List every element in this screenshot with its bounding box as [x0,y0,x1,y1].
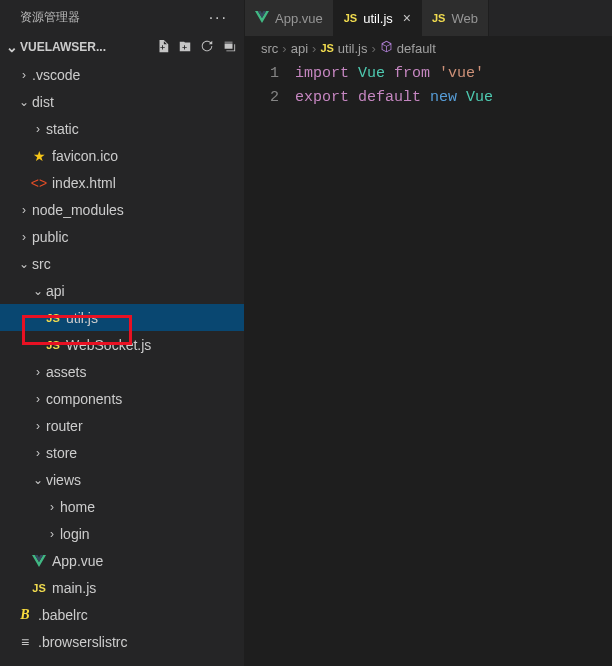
html-icon: <> [30,175,48,191]
chevron-right-icon: › [30,446,46,460]
chevron-right-icon: › [371,41,375,56]
js-icon: JS [432,12,445,24]
crumb-symbol[interactable]: default [397,41,436,56]
tree-file-favicon[interactable]: ★ favicon.ico [0,142,244,169]
tree-folder-home[interactable]: › home [0,493,244,520]
explorer-title: 资源管理器 [20,9,80,26]
tree-folder-public[interactable]: › public [0,223,244,250]
explorer-sidebar: 资源管理器 ··· ⌄ VUELAWSER... › .vscode ⌄ dis… [0,0,245,666]
line-number: 2 [245,86,279,110]
tree-folder-api[interactable]: ⌄ api [0,277,244,304]
chevron-down-icon: ⌄ [16,95,32,109]
tree-folder-node-modules[interactable]: › node_modules [0,196,244,223]
js-icon: JS [320,42,333,54]
crumb-src[interactable]: src [261,41,278,56]
explorer-header: 资源管理器 ··· [0,0,244,35]
new-folder-icon[interactable] [178,39,192,56]
code-editor[interactable]: 1 2 import Vue from 'vue' export default… [245,60,612,110]
chevron-down-icon: ⌄ [30,284,46,298]
tree-folder-dist[interactable]: ⌄ dist [0,88,244,115]
tree-file-main-js[interactable]: JS main.js [0,574,244,601]
js-icon: JS [30,582,48,594]
chevron-right-icon: › [16,203,32,217]
tree-folder-components[interactable]: › components [0,385,244,412]
project-header[interactable]: ⌄ VUELAWSER... [0,35,244,59]
tab-web[interactable]: JS Web [422,0,489,36]
editor-area: App.vue JS util.js × JS Web src › api › … [245,0,612,666]
chevron-right-icon: › [30,365,46,379]
breadcrumbs[interactable]: src › api › JS util.js › default [245,36,612,60]
code-line: import Vue from 'vue' [295,62,612,86]
tree-folder-login[interactable]: › login [0,520,244,547]
tab-app-vue[interactable]: App.vue [245,0,334,36]
chevron-down-icon: ⌄ [4,39,20,55]
tree-file-babelrc[interactable]: B .babelrc [0,601,244,628]
code-line: export default new Vue [295,86,612,110]
chevron-right-icon: › [44,527,60,541]
chevron-right-icon: › [44,500,60,514]
js-icon: JS [44,312,62,324]
line-number: 1 [245,62,279,86]
project-actions [156,39,236,56]
more-actions-icon[interactable]: ··· [209,9,228,27]
file-tree: › .vscode ⌄ dist › static ★ favicon.ico … [0,59,244,666]
chevron-right-icon: › [16,230,32,244]
tree-folder-src[interactable]: ⌄ src [0,250,244,277]
list-icon: ≡ [16,634,34,650]
editor-tabs: App.vue JS util.js × JS Web [245,0,612,36]
tab-label: Web [451,11,478,26]
tree-file-util-js[interactable]: JS util.js [0,304,244,331]
babel-icon: B [16,607,34,623]
crumb-file[interactable]: util.js [338,41,368,56]
code-content[interactable]: import Vue from 'vue' export default new… [295,62,612,110]
project-name: VUELAWSER... [20,40,156,54]
line-gutter: 1 2 [245,62,295,110]
chevron-right-icon: › [30,122,46,136]
js-icon: JS [44,339,62,351]
chevron-right-icon: › [282,41,286,56]
crumb-api[interactable]: api [291,41,308,56]
close-icon[interactable]: × [403,10,411,26]
tree-folder-static[interactable]: › static [0,115,244,142]
tree-file-browserslistrc[interactable]: ≡ .browserslistrc [0,628,244,655]
tab-label: App.vue [275,11,323,26]
tree-folder-assets[interactable]: › assets [0,358,244,385]
refresh-icon[interactable] [200,39,214,56]
vue-icon [255,11,269,26]
chevron-down-icon: ⌄ [30,473,46,487]
js-icon: JS [344,12,357,24]
tree-folder-router[interactable]: › router [0,412,244,439]
tree-folder-views[interactable]: ⌄ views [0,466,244,493]
tree-file-websocket-js[interactable]: JS WebSocket.js [0,331,244,358]
vue-icon [30,555,48,567]
star-icon: ★ [30,148,48,164]
tab-util-js[interactable]: JS util.js × [334,0,422,36]
tree-file-index-html[interactable]: <> index.html [0,169,244,196]
cube-icon [380,40,393,56]
tree-folder-vscode[interactable]: › .vscode [0,61,244,88]
tab-label: util.js [363,11,393,26]
chevron-right-icon: › [30,392,46,406]
tree-folder-store[interactable]: › store [0,439,244,466]
chevron-right-icon: › [16,68,32,82]
new-file-icon[interactable] [156,39,170,56]
chevron-right-icon: › [30,419,46,433]
collapse-all-icon[interactable] [222,39,236,56]
chevron-right-icon: › [312,41,316,56]
tree-file-app-vue[interactable]: App.vue [0,547,244,574]
chevron-down-icon: ⌄ [16,257,32,271]
